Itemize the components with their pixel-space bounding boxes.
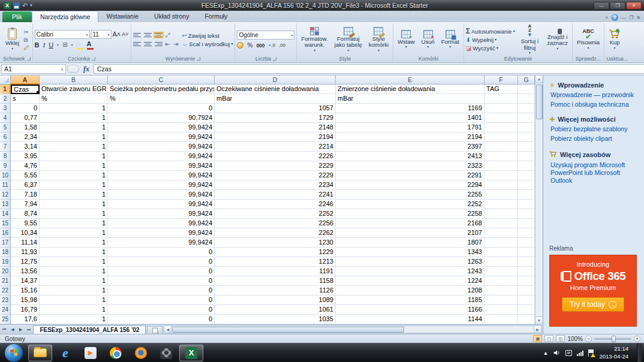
grow-font-icon[interactable]: A˄ [113, 31, 121, 38]
cell-A21[interactable]: 14,37 [11, 276, 40, 286]
cell-G10[interactable] [518, 171, 535, 180]
cell-G4[interactable] [518, 113, 535, 123]
cell-E2[interactable]: mBar [336, 94, 484, 104]
font-color-icon[interactable]: A [87, 40, 94, 50]
column-header-B[interactable]: B [40, 76, 108, 85]
cell-C25[interactable]: 0 [108, 315, 215, 324]
cell-B17[interactable]: 1 [40, 238, 108, 248]
tab-układ-strony[interactable]: Układ strony [146, 11, 197, 22]
cell-G15[interactable] [518, 219, 535, 228]
cell-G20[interactable] [518, 267, 535, 276]
cell-C10[interactable]: 99,9424 [108, 171, 215, 180]
row-header-18[interactable]: 18 [0, 248, 11, 257]
conditional-formatting-button[interactable]: Formatow. warunk.▾ [299, 27, 330, 52]
scroll-down-icon[interactable]: ▼ [535, 316, 543, 324]
cell-E14[interactable]: 2258 [336, 209, 484, 219]
cell-F23[interactable] [484, 295, 518, 305]
sort-filter-button[interactable]: AZ▼ Sortuj i filtruj▾ [519, 24, 541, 55]
cell-D16[interactable]: 2262 [215, 228, 336, 238]
font-family-combo[interactable]: Calibri▾ [35, 30, 90, 39]
cell-D6[interactable]: 2194 [215, 132, 336, 142]
cell-E18[interactable]: 1343 [336, 248, 484, 257]
column-header-D[interactable]: D [215, 76, 336, 85]
cell-A18[interactable]: 11,93 [11, 248, 40, 257]
cell-E22[interactable]: 1208 [336, 286, 484, 295]
cell-E5[interactable]: 1791 [336, 123, 484, 132]
cell-F3[interactable] [484, 104, 518, 113]
horizontal-scroll-thumb[interactable] [172, 327, 404, 333]
cell-E9[interactable]: 2323 [336, 161, 484, 171]
cell-C21[interactable]: 0 [108, 276, 215, 286]
cell-G7[interactable] [518, 142, 535, 152]
cell-B4[interactable]: 1 [40, 113, 108, 123]
cell-D12[interactable]: 2241 [215, 190, 336, 200]
row-header-12[interactable]: 12 [0, 190, 11, 200]
cell-F2[interactable] [484, 94, 518, 104]
cell-E7[interactable]: 2397 [336, 142, 484, 152]
cell-D24[interactable]: 1061 [215, 305, 336, 315]
cell-G19[interactable] [518, 257, 535, 267]
zoom-out-icon[interactable]: − [585, 336, 592, 342]
cell-A1[interactable]: Czas [11, 85, 40, 94]
underline-button[interactable]: U [49, 41, 53, 49]
first-sheet-icon[interactable]: ⏮ [0, 325, 8, 334]
cell-A10[interactable]: 5,55 [11, 171, 40, 180]
cell-G24[interactable] [518, 305, 535, 315]
cell-D11[interactable]: 2234 [215, 180, 336, 190]
cell-D4[interactable]: 1729 [215, 113, 336, 123]
cell-B7[interactable]: 1 [40, 142, 108, 152]
insert-worksheet-tab[interactable] [147, 326, 162, 334]
cell-G9[interactable] [518, 161, 535, 171]
cell-F7[interactable] [484, 142, 518, 152]
cell-B19[interactable]: 1 [40, 257, 108, 267]
cell-G16[interactable] [518, 228, 535, 238]
cell-E4[interactable]: 1401 [336, 113, 484, 123]
zoom-slider-thumb[interactable] [612, 336, 616, 342]
zoom-level[interactable]: 100% [567, 336, 583, 342]
tray-clock[interactable]: 21:14 2013-04-24 [599, 345, 628, 360]
row-header-10[interactable]: 10 [0, 171, 11, 180]
row-header-20[interactable]: 20 [0, 267, 11, 276]
cell-F20[interactable] [484, 267, 518, 276]
cell-C23[interactable]: 0 [108, 295, 215, 305]
zoom-slider[interactable] [594, 338, 631, 340]
horizontal-scrollbar[interactable]: ◀ ▶ [164, 325, 541, 333]
bold-button[interactable]: B [35, 41, 40, 49]
cell-D9[interactable]: 2229 [215, 161, 336, 171]
cell-B11[interactable]: 1 [40, 180, 108, 190]
close-button[interactable]: ✕ [626, 2, 642, 10]
cell-G5[interactable] [518, 123, 535, 132]
taskbar-chrome-button[interactable] [104, 345, 128, 361]
cell-E1[interactable]: Zmierzone ciśnienie doładowania [336, 85, 484, 94]
percent-style-icon[interactable]: % [247, 42, 252, 49]
cell-A25[interactable]: 17,6 [11, 315, 40, 324]
cell-G11[interactable] [518, 180, 535, 190]
tab-formuły[interactable]: Formuły [197, 11, 235, 22]
cell-F15[interactable] [484, 219, 518, 228]
cell-A4[interactable]: 0,77 [11, 113, 40, 123]
cell-B5[interactable]: 1 [40, 123, 108, 132]
cell-A13[interactable]: 7,94 [11, 200, 40, 209]
cell-C5[interactable]: 99,9424 [108, 123, 215, 132]
cell-B13[interactable]: 1 [40, 200, 108, 209]
row-header-24[interactable]: 24 [0, 305, 11, 315]
cell-D13[interactable]: 2246 [215, 200, 336, 209]
minimize-button[interactable]: — [594, 2, 609, 10]
cell-C9[interactable]: 99,9424 [108, 161, 215, 171]
cell-F13[interactable] [484, 200, 518, 209]
cell-C22[interactable]: 0 [108, 286, 215, 295]
tab-narzędzia-główne[interactable]: Narzędzia główne [32, 11, 98, 22]
scroll-right-icon[interactable]: ▶ [534, 325, 541, 333]
cell-F18[interactable] [484, 248, 518, 257]
cell-E15[interactable]: 2168 [336, 219, 484, 228]
network-signal-icon[interactable] [577, 349, 583, 356]
clear-button[interactable]: ◪Wyczyść▾ [466, 45, 515, 52]
next-sheet-icon[interactable]: ▶ [17, 325, 25, 334]
row-header-19[interactable]: 19 [0, 257, 11, 267]
decrease-indent-icon[interactable]: ⇤ [165, 41, 170, 47]
select-all-corner[interactable] [0, 76, 11, 85]
taskbar-firefox-button[interactable] [129, 345, 153, 361]
number-format-combo[interactable]: Ogólne▾ [237, 31, 294, 40]
comma-style-icon[interactable]: 000 [256, 43, 264, 49]
column-header-F[interactable]: F [484, 76, 518, 85]
